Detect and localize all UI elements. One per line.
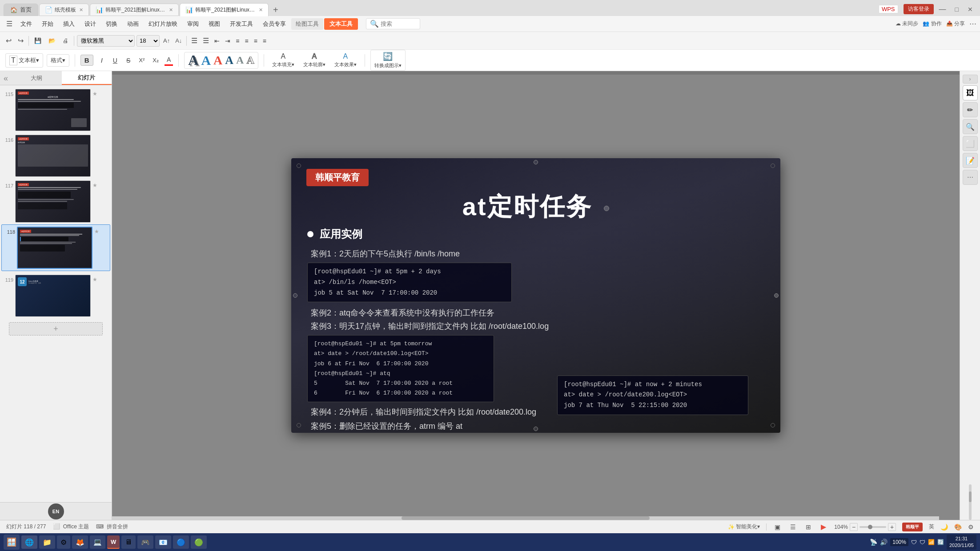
rs-btn-note[interactable]: 📝 xyxy=(963,153,978,168)
tray-signal[interactable]: 📶 xyxy=(928,539,935,545)
menu-slideshow[interactable]: 幻灯片放映 xyxy=(144,18,182,30)
list-num-btn[interactable]: ☰ xyxy=(201,36,211,46)
user-login[interactable]: 访客登录 xyxy=(904,4,934,14)
minimize-btn[interactable]: — xyxy=(936,5,950,13)
italic-btn[interactable]: I xyxy=(97,55,107,66)
big-a-red[interactable]: A xyxy=(213,53,222,68)
h-scroll-thumb[interactable] xyxy=(402,516,650,520)
tab-home[interactable]: 🏠 首页 xyxy=(4,4,38,16)
tab-slide1[interactable]: 📊 韩顺平_2021图解Linux全面升级_ ✕ xyxy=(90,4,179,16)
app-game[interactable]: 🎮 xyxy=(137,535,153,549)
text-fill-btn[interactable]: A 文本填充▾ xyxy=(269,51,297,69)
view-present-btn[interactable]: ▶ xyxy=(819,522,828,532)
align-center-btn[interactable]: ≡ xyxy=(243,36,250,45)
big-a-blue[interactable]: A xyxy=(201,53,211,68)
h-scrollbar[interactable] xyxy=(112,516,939,520)
subscript-btn[interactable]: X₂ xyxy=(150,56,161,65)
tab-slide1-close[interactable]: ✕ xyxy=(169,7,173,13)
title-resize[interactable] xyxy=(604,206,609,211)
tab-slides[interactable]: 幻灯片 xyxy=(62,71,112,85)
textbox-btn[interactable]: T 文本框▾ xyxy=(5,53,43,68)
user-avatar[interactable]: 韩顺平 xyxy=(902,523,923,531)
tab-add[interactable]: + xyxy=(269,4,282,16)
tab-slide2[interactable]: 📊 韩顺平_2021图解Linux全面升级_ ✕ xyxy=(180,3,269,16)
big-a-shadow[interactable]: A xyxy=(188,52,198,68)
font-size-select[interactable]: 18 xyxy=(137,35,160,47)
tab-outline[interactable]: 大纲 xyxy=(12,71,62,85)
tray-percent[interactable]: 100% xyxy=(890,538,908,546)
app-mail[interactable]: 📧 xyxy=(155,535,171,549)
menu-transition[interactable]: 切换 xyxy=(101,18,122,30)
slide-title[interactable]: at定时任务 xyxy=(291,190,780,224)
rs-btn-image[interactable]: 🖼 xyxy=(963,85,978,100)
tray-datetime[interactable]: 21:31 2020/11/05 xyxy=(947,535,976,550)
lang-indicator[interactable]: 英 xyxy=(929,523,934,531)
app-settings[interactable]: ⚙ xyxy=(57,535,70,549)
case1-code[interactable]: [root@hspEdu01 ~]# at 5pm + 2 days at> /… xyxy=(307,263,512,302)
resize-bottom[interactable] xyxy=(534,427,538,431)
app-wps[interactable]: W xyxy=(107,535,120,549)
resize-right[interactable] xyxy=(774,293,779,298)
menu-dev[interactable]: 开发工具 xyxy=(225,18,257,30)
menu-file[interactable]: 文件 xyxy=(16,18,36,30)
zoom-in-btn[interactable]: + xyxy=(888,523,896,531)
indent-inc-btn[interactable]: ⇥ xyxy=(223,36,232,45)
case5-right[interactable]: [root@hspEdu01 ~]# at now + 2 minutes at… xyxy=(557,375,748,415)
rs-btn-shape[interactable]: ⬜ xyxy=(963,136,978,151)
print-btn[interactable]: 🖨 xyxy=(60,36,71,45)
settings-icon[interactable]: ⚙ xyxy=(968,523,974,531)
view-normal-btn[interactable]: ▣ xyxy=(773,523,782,531)
maximize-btn[interactable]: □ xyxy=(952,6,962,13)
resize-left[interactable] xyxy=(293,293,297,298)
menu-view[interactable]: 视图 xyxy=(204,18,225,30)
more-btn[interactable]: ⋯ xyxy=(969,20,976,28)
menu-animation[interactable]: 动画 xyxy=(123,18,143,30)
list-bullet-btn[interactable]: ☰ xyxy=(189,36,199,46)
tab-slide2-close[interactable]: ✕ xyxy=(259,7,263,13)
smart-btn[interactable]: ✨ 智能美化▾ xyxy=(728,523,760,531)
undo-btn[interactable]: ↩ xyxy=(4,35,14,46)
big-a-outline[interactable]: A xyxy=(246,54,254,66)
rs-btn-edit[interactable]: ✏ xyxy=(963,102,978,117)
app-firefox[interactable]: 🦊 xyxy=(72,535,88,549)
app-vbox[interactable]: 🖥 xyxy=(121,535,136,549)
app-terminal[interactable]: 💻 xyxy=(90,535,105,549)
format-btn[interactable]: 格式▾ xyxy=(47,54,69,67)
tray-shield1[interactable]: 🛡 xyxy=(911,539,917,546)
zoom-thumb[interactable] xyxy=(868,525,872,529)
text-outline-btn[interactable]: A 文本轮廓▾ xyxy=(301,51,328,69)
superscript-btn[interactable]: X² xyxy=(137,56,147,65)
open-btn[interactable]: 📂 xyxy=(46,36,58,45)
underline-btn[interactable]: U xyxy=(110,56,120,65)
input-method-badge[interactable]: EN xyxy=(48,503,64,519)
view-outline-btn[interactable]: ☰ xyxy=(788,523,798,531)
slide-thumb-115[interactable]: 115 at定时任务 at定时任务 ★ xyxy=(0,87,112,133)
tab-template[interactable]: 📄 纸壳模板 ✕ xyxy=(39,4,89,16)
close-btn[interactable]: ✕ xyxy=(964,6,976,13)
convert-btn[interactable]: 🔄 转换成图示▾ xyxy=(370,50,406,71)
unsync-btn[interactable]: ☁ 未同步 xyxy=(896,20,918,28)
search-input[interactable] xyxy=(381,20,416,27)
app-blue[interactable]: 🔵 xyxy=(173,535,189,549)
rs-collapse[interactable]: › xyxy=(963,75,978,84)
indent-dec-btn[interactable]: ⇤ xyxy=(213,36,221,45)
resize-handle-tc[interactable] xyxy=(534,160,538,164)
menu-text[interactable]: 文本工具 xyxy=(324,18,358,30)
menu-review[interactable]: 审阅 xyxy=(183,18,203,30)
tray-network[interactable]: 📡 xyxy=(870,539,877,546)
app-files[interactable]: 📁 xyxy=(39,535,55,549)
menu-start[interactable]: 开始 xyxy=(37,18,58,30)
add-slide-btn[interactable]: + xyxy=(9,322,103,335)
share-btn[interactable]: 📤 分享 xyxy=(946,20,965,28)
align-right-btn[interactable]: ≡ xyxy=(252,36,259,45)
case3-code[interactable]: [root@hspEdu01 ~]# at 5pm tomorrow at> d… xyxy=(307,335,494,402)
slide-thumb-119[interactable]: 119 12 Linux实盘量 Linux磁盘分区、挂载 ★ xyxy=(0,273,112,319)
skin-icon[interactable]: 🎨 xyxy=(954,523,962,531)
menu-draw[interactable]: 绘图工具 xyxy=(291,18,323,30)
tab-template-close[interactable]: ✕ xyxy=(79,7,83,13)
app-green[interactable]: 🟢 xyxy=(191,535,207,549)
v-scroll-thumb[interactable] xyxy=(969,491,972,502)
slide-thumb-116[interactable]: 116 at定时任务 应用实例 ★ xyxy=(0,133,112,179)
zoom-out-btn[interactable]: − xyxy=(850,523,858,531)
start-btn[interactable]: 🪟 xyxy=(4,535,20,550)
